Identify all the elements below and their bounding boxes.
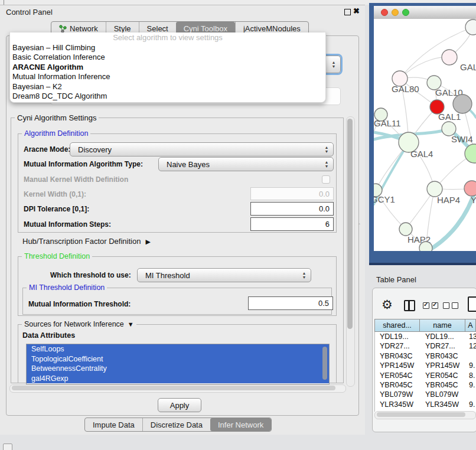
algorithm-option-bayesian-k2[interactable]: Bayesian – K2 [10, 82, 325, 92]
zoom-traffic-light[interactable] [402, 9, 409, 16]
network-node[interactable] [453, 94, 472, 113]
gear-icon[interactable]: ⚙ [382, 298, 393, 312]
network-node-label: Y [471, 195, 476, 205]
table-hscrollbar-thumb[interactable] [377, 412, 465, 417]
network-node-label: GAL80 [392, 84, 419, 94]
dpi-tolerance-label: DPI Tolerance [0,1]: [24, 205, 89, 213]
network-node-y[interactable] [464, 181, 476, 196]
network-tab-icon [59, 24, 67, 33]
minimized-panel-icon[interactable] [3, 444, 12, 450]
kernel-width-field[interactable]: 0.0 [250, 187, 334, 200]
mi-steps-field[interactable]: 6 [250, 217, 334, 231]
attribute-item-topologicalcoefficient[interactable]: TopologicalCoefficient [27, 354, 329, 364]
attribute-item-selfloops[interactable]: SelfLoops [27, 344, 329, 354]
list-scrollbar-thumb[interactable] [322, 347, 327, 380]
which-threshold-combo[interactable]: MI Threshold ▲▼ [137, 268, 311, 282]
export-table-icon[interactable] [468, 296, 476, 312]
top-tick-mark [4, 0, 4, 5]
dpi-tolerance-field[interactable]: 0.0 [250, 202, 334, 216]
algorithm-definition-title: Algorithm Definition [22, 129, 90, 138]
vscrollbar-thumb[interactable] [347, 119, 353, 329]
mi-steps-label: Mutual Information Steps: [24, 220, 111, 229]
cyni-settings-title: Cyni Algorithm Settings [15, 113, 99, 122]
network-node-gal[interactable] [442, 50, 457, 65]
algorithm-option-basic-correlation-inference[interactable]: Basic Correlation Inference [10, 53, 325, 62]
expanded-arrow-icon: ▼ [128, 321, 134, 328]
which-threshold-label: Which threshold to use: [50, 271, 131, 279]
combo-arrows-icon: ▲▼ [299, 272, 309, 279]
kernel-width-label: Kernel Width (0,1): [24, 190, 86, 198]
network-node-label: GCY1 [374, 194, 395, 204]
settings-hscrollbar[interactable] [9, 384, 346, 393]
mi-type-combo[interactable]: Naive Bayes ▲▼ [158, 157, 334, 171]
sources-title[interactable]: Sources for Network Inference▼ [22, 320, 136, 328]
settings-vscrollbar[interactable] [346, 116, 355, 387]
table-panel-title: Table Panel [376, 275, 416, 284]
show-columns-icon[interactable] [404, 300, 415, 311]
algorithm-dropdown-popup: Select algorithm to view settings Bayesi… [9, 32, 326, 103]
tab-impute-data[interactable]: Impute Data [85, 418, 142, 431]
attribute-item-betweennesscentrality[interactable]: BetweennessCentrality [27, 364, 329, 374]
network-node-hap2[interactable] [399, 223, 412, 236]
close-traffic-light[interactable] [381, 9, 388, 16]
apply-button[interactable]: Apply [158, 398, 201, 412]
column-header-a[interactable]: A [465, 319, 476, 332]
mi-threshold-label: Mutual Information Threshold: [28, 300, 131, 308]
hscrollbar-thumb[interactable] [12, 386, 335, 390]
float-window-icon[interactable] [344, 9, 351, 15]
mi-type-label: Mutual Information Algorithm Type: [24, 160, 143, 168]
table-row[interactable]: YBL079WYBL079W [375, 390, 476, 399]
combo-arrows-icon: ▲▼ [329, 61, 338, 69]
mi-threshold-field[interactable]: 0.5 [248, 296, 333, 310]
combo-arrows-icon: ▲▼ [322, 146, 331, 154]
table-row[interactable]: YDR27...YDR27...12 [375, 341, 476, 351]
column-header-name[interactable]: name [420, 319, 465, 332]
network-window-titlebar[interactable] [374, 6, 476, 19]
dropdown-placeholder: Select algorithm to view settings [10, 32, 325, 43]
table-hscrollbar[interactable] [374, 411, 476, 419]
table-row[interactable]: YPR145WYPR145W9. [375, 361, 476, 370]
data-attributes-list: SelfLoopsTopologicalCoefficientBetweenne… [26, 344, 330, 384]
network-node-label: SWI4 [451, 134, 473, 144]
table-row[interactable]: YDL19...YDL19...13 [375, 332, 476, 341]
close-icon[interactable]: ✖ [353, 6, 360, 15]
table-header-row: shared...nameA [374, 319, 476, 332]
manual-kernel-label: Manual Kernel Width Definition [24, 175, 128, 184]
table-row[interactable]: YLR345WYLR345W9. [375, 400, 476, 409]
threshold-definition-title: Threshold Definition [22, 252, 92, 260]
combo-arrows-icon: ▲▼ [322, 161, 331, 168]
network-node-label: HAP4 [437, 195, 460, 205]
table-body: YDL19...YDL19...13YDR27...YDR27...12YBR0… [374, 332, 476, 412]
network-node-label: GAL11 [374, 118, 401, 128]
tab-discretize-data[interactable]: Discretize Data [142, 418, 210, 431]
panel-splitter-handle[interactable]: ‸ [358, 219, 362, 224]
network-window-bottom-edge [369, 263, 476, 265]
network-node[interactable] [419, 242, 432, 251]
aracne-mode-combo[interactable]: Discovery ▲▼ [70, 142, 334, 156]
hub-definition-toggle[interactable]: Hub/Transcription Factor Definition▶ [22, 237, 151, 246]
table-row[interactable]: YBR045CYBR045C9. [375, 380, 476, 390]
data-attributes-label: Data Attributes [22, 331, 75, 340]
algorithm-option-aracne-algorithm[interactable]: ARACNE Algorithm [10, 63, 325, 72]
network-node-label: GAL4 [410, 149, 433, 159]
table-row[interactable]: YBR043CYBR043C [375, 351, 476, 361]
manual-kernel-checkbox[interactable] [322, 175, 330, 184]
collapsed-arrow-icon: ▶ [145, 238, 150, 245]
unselect-all-columns-icon[interactable] [443, 302, 458, 309]
algorithm-option-dream8-dc-tdc-algorithm[interactable]: Dream8 DC_TDC Algorithm [10, 92, 325, 101]
aracne-mode-label: Aracne Mode: [24, 145, 70, 154]
table-row[interactable]: YER054CYER054C8. [375, 371, 476, 380]
application-window: Control Panel ✖ NetworkStyleSelectCyni T… [0, 0, 476, 450]
mi-threshold-title: MI Threshold Definition [27, 283, 107, 292]
select-all-columns-icon[interactable] [423, 302, 438, 309]
network-node[interactable] [465, 19, 476, 35]
control-panel-title: Control Panel [6, 8, 53, 17]
column-header-shared-[interactable]: shared... [374, 319, 420, 332]
algorithm-option-bayesian-hill-climbing[interactable]: Bayesian – Hill Climbing [10, 43, 325, 53]
tab-infer-network[interactable]: Infer Network [210, 418, 271, 431]
network-canvas[interactable]: GALGAL80GAL10GAL1GAL11SWI4GAL4GCY1HAP4YH… [374, 19, 476, 251]
attribute-item-gal4rgexp[interactable]: gal4RGexp [27, 374, 329, 384]
cyni-bottom-tabbar: Impute DataDiscretize DataInfer Network [84, 418, 272, 432]
algorithm-option-mutual-information-inference[interactable]: Mutual Information Inference [10, 72, 325, 81]
minimize-traffic-light[interactable] [392, 9, 399, 16]
